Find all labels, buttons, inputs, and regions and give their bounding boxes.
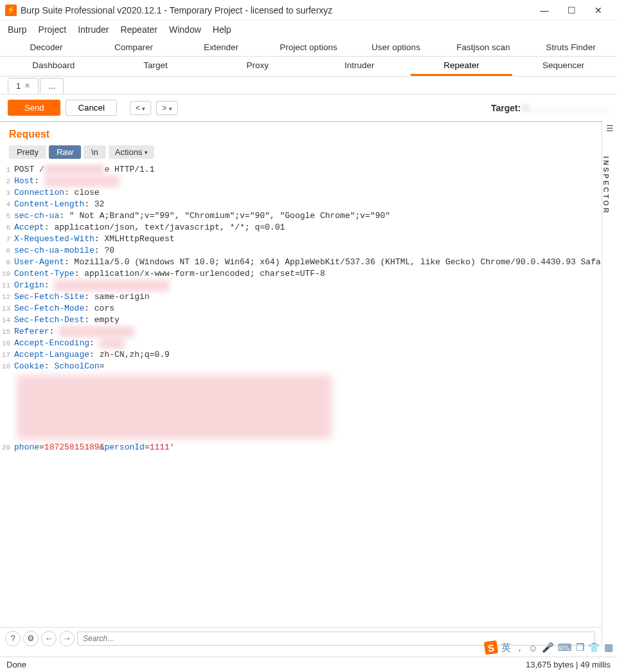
code-line: 13Sec-Fetch-Mode: cors <box>0 303 617 314</box>
sogou-ime-icon[interactable]: S <box>483 640 498 655</box>
tab-fastjson-scan[interactable]: Fastjson scan <box>440 39 527 56</box>
tab-struts-finder[interactable]: Struts Finder <box>527 39 614 56</box>
request-panel: Request PrettyRaw\nActions ▾ ⋮⋮ 1POST / … <box>0 122 617 649</box>
request-title: Request <box>9 129 49 140</box>
search-next-button[interactable]: → <box>59 631 75 646</box>
minimize-button[interactable]: — <box>531 1 558 19</box>
menu-project[interactable]: Project <box>39 24 67 35</box>
ime-voice-icon[interactable]: 🎤 <box>542 642 554 653</box>
redacted-cookie-block <box>17 375 332 439</box>
close-subtab-icon[interactable]: ✕ <box>24 82 30 90</box>
inspector-sidebar[interactable]: ☰ INSPECTOR <box>602 120 617 647</box>
target-value: h……………………… <box>523 103 609 113</box>
code-line: 14Sec-Fetch-Dest: empty <box>0 314 617 326</box>
ime-skin-icon[interactable]: 👕 <box>588 642 600 653</box>
code-line: 8sec-ch-ua-mobile: ?0 <box>0 245 617 257</box>
request-editor[interactable]: ⋮⋮ 1POST / e HTTP/1.12Host: 3Connection:… <box>0 163 617 627</box>
ime-lang-icon[interactable]: 英 <box>501 642 511 654</box>
view-tab-n[interactable]: \n <box>84 145 106 159</box>
tab-user-options[interactable]: User options <box>352 39 440 56</box>
code-line: 17Accept-Language: zh-CN,zh;q=0.9 <box>0 349 617 361</box>
window-title: Burp Suite Professional v2020.12.1 - Tem… <box>21 5 531 15</box>
subtab-more[interactable]: ... <box>40 78 64 93</box>
status-left: Done <box>6 660 26 669</box>
tab-decoder[interactable]: Decoder <box>3 39 90 56</box>
actions-dropdown[interactable]: Actions ▾ <box>109 145 155 159</box>
ime-tool-icon[interactable]: ❐ <box>576 642 584 653</box>
search-prev-button[interactable]: ← <box>41 631 57 646</box>
menu-repeater[interactable]: Repeater <box>120 24 157 35</box>
view-tab-raw[interactable]: Raw <box>49 145 81 159</box>
tab-proxy[interactable]: Proxy <box>206 57 308 76</box>
code-line: 5sec-ch-ua: " Not A;Brand";v="99", "Chro… <box>0 210 617 222</box>
view-tab-pretty[interactable]: Pretty <box>9 145 46 159</box>
tab-extender[interactable]: Extender <box>177 39 265 56</box>
code-line: 18Cookie: SchoolCon= <box>0 361 617 372</box>
main-tabs: DashboardTargetProxyIntruderRepeaterSequ… <box>0 57 617 77</box>
cancel-button[interactable]: Cancel <box>66 100 117 116</box>
code-line: 3Connection: close <box>0 187 617 199</box>
action-bar: Send Cancel < ▾ > ▾ Target: h……………………… <box>0 95 617 122</box>
code-line: 7X-Requested-With: XMLHttpRequest <box>0 233 617 245</box>
tab-project-options[interactable]: Project options <box>265 39 352 56</box>
help-button[interactable]: ? <box>5 631 21 646</box>
ime-tray: S 英 ， ☺ 🎤 ⌨ ❐ 👕 ▦ <box>485 641 613 654</box>
menu-burp[interactable]: Burp <box>8 24 27 35</box>
ime-emoji-icon[interactable]: ☺ <box>528 642 538 653</box>
code-line: 2Host: <box>0 176 617 187</box>
maximize-button[interactable]: ☐ <box>558 1 585 19</box>
menu-help[interactable]: Help <box>213 24 231 35</box>
tab-comparer[interactable]: Comparer <box>90 39 177 56</box>
settings-button[interactable]: ⚙ <box>23 631 39 646</box>
tab-dashboard[interactable]: Dashboard <box>3 57 105 76</box>
code-line: 16Accept-Encoding: <box>0 338 617 349</box>
code-line: 11Origin: <box>0 280 617 291</box>
code-line: 4Content-Length: 32 <box>0 199 617 210</box>
close-button[interactable]: ✕ <box>585 1 612 19</box>
code-line: 10Content-Type: application/x-www-form-u… <box>0 268 617 280</box>
window-titlebar: ⚡ Burp Suite Professional v2020.12.1 - T… <box>0 0 617 21</box>
ime-grid-icon[interactable]: ▦ <box>604 642 613 653</box>
tab-sequencer[interactable]: Sequencer <box>512 57 614 76</box>
request-tabs: PrettyRaw\nActions ▾ <box>0 145 617 163</box>
code-line: 1POST / e HTTP/1.1 <box>0 164 617 176</box>
top-tabs: DecoderComparerExtenderProject optionsUs… <box>0 39 617 57</box>
ime-keyboard-icon[interactable]: ⌨ <box>558 642 572 653</box>
code-line: 9User-Agent: Mozilla/5.0 (Windows NT 10.… <box>0 257 617 268</box>
ime-punct-icon[interactable]: ， <box>515 642 524 654</box>
target-display[interactable]: Target: h……………………… <box>491 103 609 113</box>
code-line: 12Sec-Fetch-Site: same-origin <box>0 291 617 303</box>
menu-intruder[interactable]: Intruder <box>78 24 109 35</box>
statusbar: Done 13,675 bytes | 49 millis <box>0 657 617 672</box>
history-prev-button[interactable]: < ▾ <box>130 101 151 115</box>
tab-repeater[interactable]: Repeater <box>411 57 513 76</box>
code-line: 15Referer: <box>0 326 617 338</box>
inspector-toggle-icon[interactable]: ☰ <box>602 120 617 133</box>
tab-target[interactable]: Target <box>105 57 207 76</box>
inspector-label: INSPECTOR <box>602 133 610 215</box>
code-line: 6Accept: application/json, text/javascri… <box>0 222 617 233</box>
code-line: 20phone=18725815189&personId=1111' <box>0 442 617 453</box>
app-logo-icon: ⚡ <box>5 5 17 16</box>
status-right: 13,675 bytes | 49 millis <box>526 660 611 669</box>
target-label: Target: <box>491 103 523 113</box>
tab-intruder[interactable]: Intruder <box>308 57 411 76</box>
send-button[interactable]: Send <box>8 100 60 116</box>
menubar: BurpProjectIntruderRepeaterWindowHelp <box>0 21 617 39</box>
subtab-1[interactable]: 1✕ <box>8 78 39 93</box>
repeater-subtabs: 1✕ ... <box>0 77 617 95</box>
panels: Request PrettyRaw\nActions ▾ ⋮⋮ 1POST / … <box>0 122 617 649</box>
history-next-button[interactable]: > ▾ <box>156 101 177 115</box>
menu-window[interactable]: Window <box>169 24 201 35</box>
